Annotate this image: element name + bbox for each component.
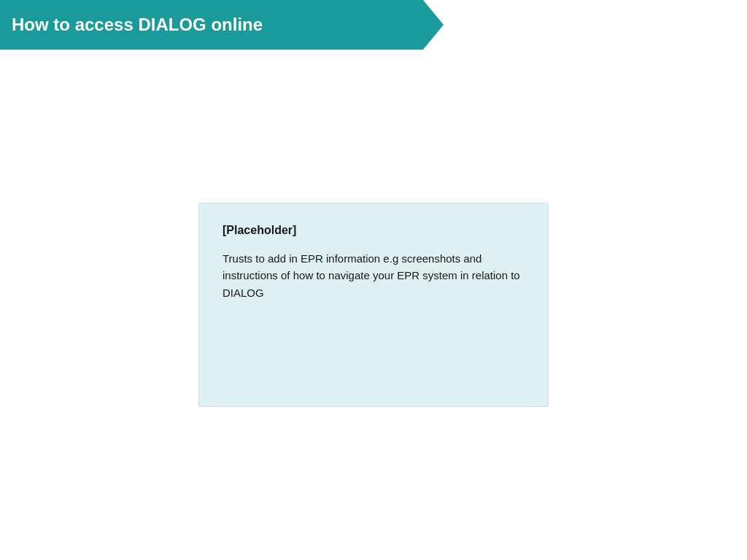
placeholder-text: Trusts to add in EPR information e.g scr… [222,250,525,301]
header-banner: How to access DIALOG online [0,0,423,50]
placeholder-box: [Placeholder] Trusts to add in EPR infor… [198,203,549,407]
placeholder-title: [Placeholder] [222,224,525,237]
main-content: [Placeholder] Trusts to add in EPR infor… [0,50,747,560]
header-title: How to access DIALOG online [12,15,263,35]
